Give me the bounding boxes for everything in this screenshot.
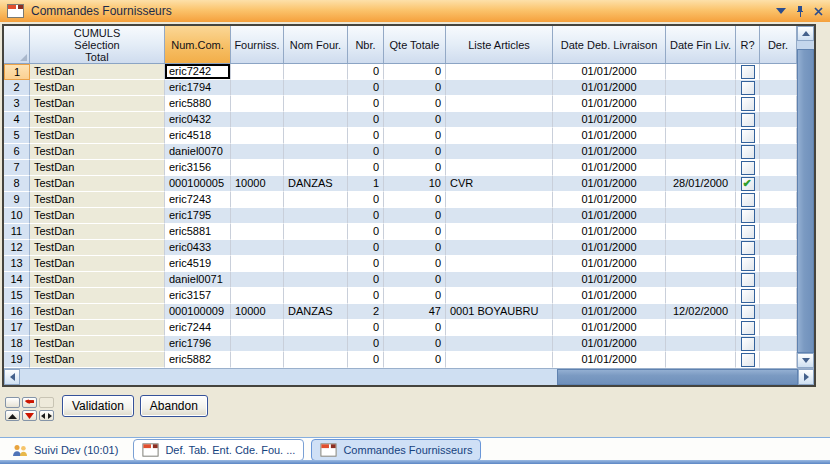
table-nav-blank-button[interactable] [5,397,20,408]
cell-date_deb[interactable]: 01/01/2000 [553,160,666,176]
validation-button[interactable]: Validation [62,395,134,417]
scroll-left-icon[interactable] [4,369,20,385]
cell-r[interactable] [736,96,760,112]
cell-date_deb[interactable]: 01/01/2000 [553,144,666,160]
cell-cumuls[interactable]: TestDan [30,288,165,304]
cell-r[interactable] [736,176,760,192]
cell-nbr[interactable]: 0 [348,112,384,128]
focused-cell-num_com[interactable]: eric7242 [165,64,231,80]
cell-r[interactable] [736,272,760,288]
cell-liste_articles[interactable] [446,96,553,112]
cell-r[interactable] [736,208,760,224]
close-icon[interactable] [814,7,823,16]
r-checkbox-checked[interactable] [741,177,755,191]
cell-r[interactable] [736,112,760,128]
cell-nom_four[interactable] [284,160,348,176]
cell-nbr[interactable]: 0 [348,240,384,256]
cell-der[interactable] [760,288,797,304]
cell-rownum[interactable]: 2 [4,80,30,96]
table-nav-up-button[interactable] [5,410,20,421]
r-checkbox[interactable] [741,193,755,207]
cell-fourniss[interactable] [231,96,284,112]
cell-num_com[interactable]: eric7244 [165,320,231,336]
cell-rownum[interactable]: 10 [4,208,30,224]
cell-fourniss[interactable] [231,64,284,80]
cell-qte_totale[interactable]: 0 [384,240,446,256]
cell-date_fin[interactable] [666,208,736,224]
cell-num_com[interactable]: eric5882 [165,352,231,368]
cell-fourniss[interactable] [231,288,284,304]
cell-r[interactable] [736,224,760,240]
cell-date_deb[interactable]: 01/01/2000 [553,80,666,96]
r-checkbox[interactable] [741,145,755,159]
cell-nom_four[interactable] [284,112,348,128]
cell-date_fin[interactable] [666,160,736,176]
taskbar-tab-suivi-dev[interactable]: Suivi Dev (10:01) [4,440,126,460]
cell-liste_articles[interactable] [446,288,553,304]
cell-nom_four[interactable] [284,208,348,224]
r-checkbox[interactable] [741,81,755,95]
cell-fourniss[interactable] [231,224,284,240]
column-header-nom_four[interactable]: Nom Four. [284,26,348,63]
cell-nom_four[interactable] [284,352,348,368]
cell-nbr[interactable]: 0 [348,128,384,144]
cell-liste_articles[interactable] [446,112,553,128]
cell-r[interactable] [736,320,760,336]
menu-down-icon[interactable] [776,8,786,14]
r-checkbox[interactable] [741,305,755,319]
cell-date_fin[interactable]: 28/01/2000 [666,176,736,192]
cell-qte_totale[interactable]: 0 [384,192,446,208]
cell-date_fin[interactable] [666,272,736,288]
cell-fourniss[interactable]: 10000 [231,176,284,192]
cell-cumuls[interactable]: TestDan [30,112,165,128]
cell-qte_totale[interactable]: 0 [384,96,446,112]
cell-fourniss[interactable] [231,144,284,160]
cell-date_deb[interactable]: 01/01/2000 [553,272,666,288]
cell-num_com[interactable]: eric1795 [165,208,231,224]
cell-nom_four[interactable] [284,240,348,256]
cell-liste_articles[interactable] [446,160,553,176]
cell-liste_articles[interactable] [446,128,553,144]
pin-icon[interactable] [795,6,805,17]
cell-fourniss[interactable] [231,112,284,128]
cell-r[interactable] [736,144,760,160]
abandon-button[interactable]: Abandon [140,395,208,417]
cell-nbr[interactable]: 0 [348,192,384,208]
cell-liste_articles[interactable] [446,336,553,352]
cell-num_com[interactable]: 000100009 [165,304,231,320]
cell-der[interactable] [760,320,797,336]
cell-der[interactable] [760,304,797,320]
table-nav-down-button[interactable] [22,410,37,421]
cell-qte_totale[interactable]: 10 [384,176,446,192]
cell-r[interactable] [736,304,760,320]
cell-r[interactable] [736,240,760,256]
cell-rownum[interactable]: 6 [4,144,30,160]
cell-nbr[interactable]: 0 [348,272,384,288]
cell-num_com[interactable]: daniel0071 [165,272,231,288]
cell-der[interactable] [760,112,797,128]
cell-liste_articles[interactable] [446,144,553,160]
cell-num_com[interactable]: eric1796 [165,336,231,352]
cell-qte_totale[interactable]: 0 [384,288,446,304]
cell-fourniss[interactable] [231,208,284,224]
cell-fourniss[interactable] [231,256,284,272]
column-header-rownum[interactable] [4,26,30,63]
cell-der[interactable] [760,80,797,96]
cell-rownum[interactable]: 1 [4,64,30,80]
cell-nbr[interactable]: 0 [348,80,384,96]
cell-rownum[interactable]: 16 [4,304,30,320]
cell-nom_four[interactable] [284,144,348,160]
cell-cumuls[interactable]: TestDan [30,224,165,240]
cell-nom_four[interactable]: DANZAS [284,304,348,320]
cell-nom_four[interactable] [284,96,348,112]
cell-der[interactable] [760,192,797,208]
cell-date_fin[interactable]: 12/02/2000 [666,304,736,320]
cell-date_deb[interactable]: 01/01/2000 [553,224,666,240]
cell-nbr[interactable]: 0 [348,160,384,176]
cell-num_com[interactable]: eric7243 [165,192,231,208]
cell-nbr[interactable]: 0 [348,208,384,224]
vertical-scrollbar-thumb[interactable] [797,49,814,353]
cell-fourniss[interactable] [231,128,284,144]
cell-nbr[interactable]: 0 [348,320,384,336]
cell-qte_totale[interactable]: 0 [384,256,446,272]
